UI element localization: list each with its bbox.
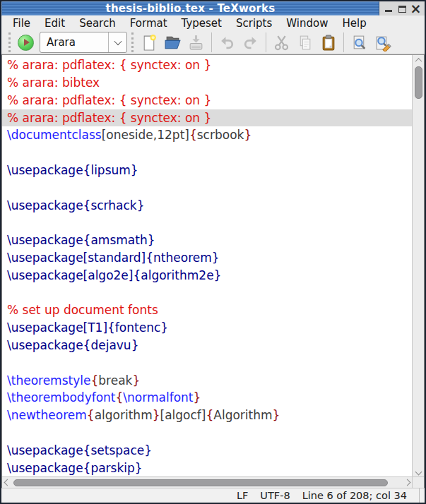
- menu-format[interactable]: Format: [123, 16, 174, 31]
- copy-icon: [296, 34, 314, 52]
- find-button[interactable]: [348, 31, 371, 54]
- scroll-down-button[interactable]: [413, 467, 424, 476]
- toolbar-separator: [266, 32, 266, 52]
- code-token: {: [116, 390, 124, 404]
- code-token: [algocf]: [160, 408, 206, 422]
- code-token: \usepackage{amsmath}: [7, 233, 155, 247]
- code-token: Algorithm: [213, 408, 272, 422]
- code-line[interactable]: \theorembodyfont{\normalfont}: [2, 389, 412, 407]
- code-token: }: [193, 390, 201, 404]
- editor-frame: % arara: pdflatex: { synctex: on }% arar…: [1, 54, 425, 488]
- code-line[interactable]: [2, 214, 412, 232]
- code-area[interactable]: % arara: pdflatex: { synctex: on }% arar…: [2, 55, 412, 476]
- cut-icon: [273, 34, 290, 52]
- menu-scripts[interactable]: Scripts: [229, 16, 279, 31]
- minimize-button[interactable]: [384, 4, 394, 13]
- save-document-button[interactable]: [184, 31, 208, 54]
- code-line[interactable]: \usepackage{parskip}: [2, 460, 412, 477]
- copy-button[interactable]: [293, 31, 316, 54]
- horizontal-scrollbar-thumb[interactable]: [13, 479, 388, 486]
- code-token: \usepackage[standard]{ntheorem}: [7, 251, 220, 265]
- find-replace-button[interactable]: [371, 31, 394, 54]
- chevron-down-icon: [415, 468, 422, 475]
- code-line[interactable]: % set up document fonts: [2, 301, 412, 319]
- new-document-button[interactable]: [138, 31, 161, 54]
- scroll-up-button[interactable]: [413, 55, 424, 65]
- code-token: {: [87, 408, 95, 422]
- texworks-window: thesis-biblio.tex - TeXworks × File Edit…: [0, 0, 426, 504]
- code-line[interactable]: \usepackage{dejavu}: [2, 337, 412, 354]
- code-token: \usepackage[algo2e]{algorithm2e}: [7, 268, 221, 282]
- code-token: % arara: bibtex: [7, 76, 100, 90]
- maximize-icon: [398, 6, 406, 13]
- save-document-icon: [187, 34, 205, 52]
- code-line[interactable]: \theoremstyle{break}: [2, 372, 412, 390]
- code-token: \usepackage{setspace}: [7, 443, 152, 457]
- code-token: }: [153, 408, 160, 422]
- code-token: }: [244, 128, 252, 142]
- code-token: \usepackage{parskip}: [7, 461, 143, 475]
- code-token: }: [273, 408, 280, 422]
- undo-button[interactable]: [215, 31, 239, 54]
- menu-help[interactable]: Help: [335, 16, 373, 31]
- menu-typeset[interactable]: Typeset: [174, 16, 229, 31]
- chevron-up-icon: [415, 58, 422, 65]
- statusbar-grip: [419, 488, 420, 503]
- code-token: \usepackage{scrhack}: [7, 198, 145, 212]
- menu-search[interactable]: Search: [72, 16, 123, 31]
- code-token: \theorembodyfont: [7, 390, 116, 404]
- code-line[interactable]: \newtheorem{algorithm}[algocf]{Algorithm…: [2, 407, 412, 424]
- typeset-format-dropdown-button[interactable]: [108, 32, 126, 52]
- code-line[interactable]: \usepackage{scrhack}: [2, 197, 412, 215]
- find-replace-icon: [374, 34, 391, 52]
- code-token: \theoremstyle: [7, 373, 90, 388]
- code-token: \usepackage{dejavu}: [7, 338, 138, 352]
- code-token: \usepackage{lipsum}: [7, 163, 138, 177]
- code-line[interactable]: % arara: pdflatex: { synctex: on }: [2, 109, 412, 127]
- cut-button[interactable]: [270, 31, 293, 54]
- code-line[interactable]: \usepackage{amsmath}: [2, 232, 412, 249]
- code-line[interactable]: \usepackage[T1]{fontenc}: [2, 319, 412, 337]
- code-line[interactable]: [2, 284, 412, 302]
- horizontal-scrollbar[interactable]: [2, 477, 412, 488]
- vertical-scrollbar[interactable]: [412, 55, 424, 476]
- open-document-icon: [164, 34, 182, 52]
- paste-button[interactable]: [316, 31, 340, 54]
- code-line[interactable]: \usepackage[standard]{ntheorem}: [2, 249, 412, 267]
- scroll-left-button[interactable]: [2, 477, 12, 488]
- vertical-scrollbar-thumb[interactable]: [415, 66, 422, 99]
- code-line[interactable]: \documentclass[oneside,12pt]{scrbook}: [2, 126, 412, 144]
- chevron-right-icon: [403, 479, 410, 486]
- code-line[interactable]: % arara: pdflatex: { synctex: on }: [2, 56, 412, 74]
- redo-button[interactable]: [239, 31, 262, 54]
- toolbar-drag-handle[interactable]: [8, 32, 11, 52]
- code-line[interactable]: [2, 354, 412, 372]
- maximize-button[interactable]: [397, 4, 407, 13]
- code-line[interactable]: \usepackage[algo2e]{algorithm2e}: [2, 267, 412, 284]
- scroll-right-button[interactable]: [402, 477, 412, 488]
- titlebar[interactable]: thesis-biblio.tex - TeXworks ×: [1, 1, 425, 16]
- menubar: File Edit Search Format Typeset Scripts …: [1, 16, 425, 31]
- toolbar-drag-handle[interactable]: [131, 32, 134, 52]
- menu-edit[interactable]: Edit: [37, 16, 72, 31]
- typeset-format-select[interactable]: Arara: [40, 32, 127, 53]
- menu-window[interactable]: Window: [279, 16, 335, 31]
- typeset-run-button[interactable]: [18, 35, 34, 51]
- code-line[interactable]: \usepackage{setspace}: [2, 442, 412, 460]
- titlebar-drag-area[interactable]: thesis-biblio.tex - TeXworks: [1, 1, 379, 16]
- code-line[interactable]: % arara: bibtex: [2, 74, 412, 92]
- redo-icon: [242, 34, 259, 52]
- open-document-button[interactable]: [161, 31, 184, 54]
- code-line[interactable]: [2, 424, 412, 442]
- menu-file[interactable]: File: [6, 16, 37, 31]
- code-line[interactable]: \usepackage{lipsum}: [2, 162, 412, 179]
- code-line[interactable]: [2, 179, 412, 197]
- code-token: [oneside,12pt]: [102, 128, 189, 142]
- code-line[interactable]: [2, 144, 412, 162]
- new-document-icon: [141, 34, 158, 52]
- window-title: thesis-biblio.tex - TeXworks: [106, 2, 276, 15]
- chevron-left-icon: [4, 479, 11, 486]
- code-line[interactable]: % arara: pdflatex: { synctex: on }: [2, 92, 412, 109]
- close-button[interactable]: ×: [411, 4, 421, 13]
- close-icon: ×: [410, 4, 422, 13]
